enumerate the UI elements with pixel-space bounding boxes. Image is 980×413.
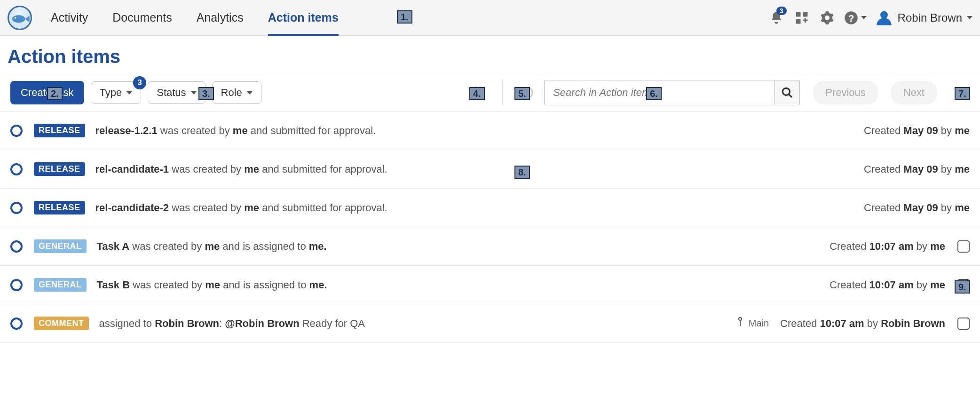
- filter-type-count: 3: [133, 76, 146, 89]
- status-circle-icon[interactable]: [10, 279, 23, 291]
- item-meta: Created 10:07 am by me: [830, 279, 970, 291]
- item-description: rel-candidate-1 was created by me and su…: [95, 163, 864, 175]
- help-button[interactable]: ?: [844, 9, 867, 26]
- caret-down-icon: [967, 16, 972, 19]
- action-item-row[interactable]: COMMENTassigned to Robin Brown: @Robin B…: [0, 304, 980, 343]
- nav-tabs: Activity Documents Analytics Action item…: [51, 0, 339, 35]
- created-text: Created May 09 by me: [864, 163, 970, 175]
- marker-6: 6.: [646, 87, 662, 100]
- item-description: Task B was created by me and is assigned…: [97, 279, 830, 291]
- status-circle-icon[interactable]: [10, 125, 23, 137]
- page-title: Action items: [0, 36, 980, 74]
- marker-2: 2.: [47, 87, 63, 100]
- marker-3: 3.: [198, 87, 214, 100]
- svg-point-7: [880, 11, 888, 18]
- caret-down-icon: [126, 91, 132, 95]
- svg-rect-3: [803, 12, 807, 16]
- apps-button[interactable]: [793, 9, 810, 26]
- filter-type-dropdown[interactable]: Type 3: [91, 81, 142, 104]
- item-meta: Created May 09 by me: [864, 202, 970, 214]
- created-text: Created May 09 by me: [864, 125, 970, 137]
- svg-rect-4: [796, 19, 800, 24]
- divider: [502, 80, 503, 105]
- action-item-row[interactable]: RELEASErel-candidate-2 was created by me…: [0, 189, 980, 227]
- type-badge: RELEASE: [34, 201, 85, 214]
- filter-role-dropdown[interactable]: Role: [212, 81, 261, 104]
- marker-5: 5.: [514, 87, 530, 100]
- action-item-list: RELEASErelease-1.2.1 was created by me a…: [0, 111, 980, 343]
- type-badge: RELEASE: [34, 162, 85, 176]
- item-meta: Created 10:07 am by me: [830, 240, 970, 253]
- nav-tab-action-items[interactable]: Action items: [268, 0, 339, 35]
- avatar-icon: [875, 9, 893, 27]
- next-button[interactable]: Next: [891, 81, 937, 104]
- item-description: rel-candidate-2 was created by me and su…: [95, 202, 864, 214]
- action-item-row[interactable]: GENERALTask A was created by me and is a…: [0, 227, 980, 266]
- nav-tab-activity[interactable]: Activity: [51, 0, 88, 35]
- svg-point-0: [12, 15, 25, 23]
- caret-down-icon: [191, 91, 197, 95]
- marker-7: 7.: [955, 87, 970, 100]
- top-nav: Activity Documents Analytics Action item…: [0, 0, 980, 36]
- search-button[interactable]: [775, 80, 800, 105]
- branch-icon: [736, 317, 744, 330]
- status-circle-icon[interactable]: [10, 240, 23, 253]
- type-badge: COMMENT: [34, 317, 89, 330]
- filter-type-label: Type: [100, 87, 122, 99]
- svg-point-1: [15, 17, 16, 18]
- notifications-button[interactable]: 3: [768, 9, 785, 26]
- item-description: Task A was created by me and is assigned…: [97, 240, 830, 253]
- item-meta: Created May 09 by me: [864, 163, 970, 175]
- created-text: Created 10:07 am by me: [830, 279, 945, 291]
- apps-icon: [795, 11, 809, 25]
- type-badge: GENERAL: [34, 278, 87, 292]
- topnav-right: 3 ? Robin Brown: [768, 9, 972, 27]
- branch-label: Main: [749, 318, 769, 329]
- item-meta: Created May 09 by me: [864, 125, 970, 137]
- marker-8: 8.: [514, 166, 530, 179]
- nav-tab-analytics[interactable]: Analytics: [197, 0, 244, 35]
- complete-checkbox[interactable]: [957, 318, 970, 330]
- status-circle-icon[interactable]: [10, 318, 23, 330]
- complete-checkbox[interactable]: [957, 240, 970, 253]
- notifications-count: 3: [776, 7, 787, 15]
- nav-tab-documents[interactable]: Documents: [112, 0, 172, 35]
- help-icon: ?: [844, 11, 858, 25]
- previous-button[interactable]: Previous: [813, 81, 878, 104]
- caret-down-icon: [247, 91, 253, 95]
- user-menu[interactable]: Robin Brown: [875, 9, 972, 27]
- toolbar: Create task Type 3 Status Role Previous …: [0, 74, 980, 111]
- filter-status-label: Status: [157, 87, 186, 99]
- created-text: Created May 09 by me: [864, 202, 970, 214]
- app-logo[interactable]: [8, 6, 32, 30]
- item-meta: MainCreated 10:07 am by Robin Brown: [736, 317, 970, 330]
- marker-9: 9.: [955, 280, 970, 294]
- created-text: Created 10:07 am by me: [830, 240, 945, 253]
- svg-point-9: [782, 88, 790, 95]
- svg-point-10: [739, 318, 742, 320]
- caret-down-icon: [861, 16, 867, 19]
- created-text: Created 10:07 am by Robin Brown: [780, 318, 945, 330]
- marker-1: 1.: [397, 10, 412, 24]
- filter-role-label: Role: [221, 87, 242, 99]
- fish-icon: [9, 7, 31, 29]
- settings-button[interactable]: [819, 9, 836, 26]
- status-circle-icon[interactable]: [10, 202, 23, 214]
- item-description: assigned to Robin Brown: @Robin Brown Re…: [99, 318, 736, 330]
- search-icon: [781, 87, 793, 99]
- search: [544, 80, 800, 105]
- svg-rect-2: [796, 12, 800, 16]
- action-item-row[interactable]: RELEASErelease-1.2.1 was created by me a…: [0, 111, 980, 150]
- marker-4: 4.: [469, 87, 485, 100]
- gear-icon: [820, 11, 834, 25]
- svg-text:?: ?: [848, 13, 854, 23]
- item-description: release-1.2.1 was created by me and subm…: [95, 125, 864, 137]
- filter-status-dropdown[interactable]: Status: [148, 81, 205, 104]
- action-item-row[interactable]: GENERALTask B was created by me and is a…: [0, 266, 980, 304]
- type-badge: RELEASE: [34, 124, 85, 137]
- user-name: Robin Brown: [898, 11, 962, 24]
- type-badge: GENERAL: [34, 239, 87, 253]
- action-item-row[interactable]: RELEASErel-candidate-1 was created by me…: [0, 150, 980, 189]
- status-circle-icon[interactable]: [10, 163, 23, 175]
